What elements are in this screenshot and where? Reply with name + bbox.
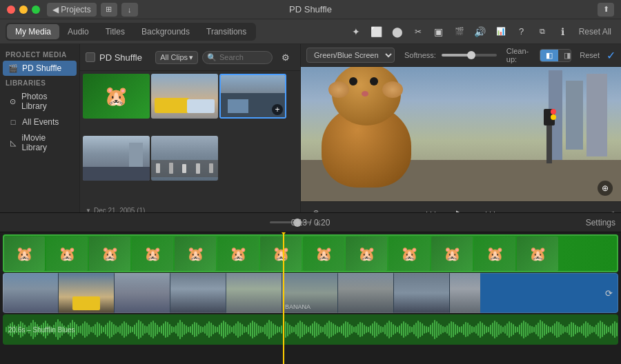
cleanup-segmented-control: ◧ ◨ (540, 49, 571, 62)
timeline-settings-button[interactable]: Settings (586, 218, 615, 228)
search-icon: 🔍 (207, 53, 217, 62)
preview-toolbar: Green/Blue Screen Softness: Clean-up: ◧ … (301, 44, 621, 67)
sidebar-item-imovie[interactable]: ◺ iMovie Library (3, 130, 77, 155)
sidebar-item-photos-label: Photos Library (21, 92, 71, 111)
audio-icon[interactable]: 🔊 (471, 23, 489, 41)
window-title: PD Shuffle (289, 4, 332, 14)
question-icon[interactable]: ? (513, 23, 531, 41)
crop-icon[interactable]: ⬜ (368, 23, 386, 41)
search-box: 🔍 (202, 51, 273, 64)
imovie-icon: ◺ (8, 139, 17, 148)
clips-filter-label: All Clips (160, 53, 188, 61)
color-icon[interactable]: ⬤ (388, 23, 406, 41)
tab-transitions[interactable]: Transitions (198, 24, 255, 39)
timeline-header: ⬦ 0:13 / 0:20 Settings (0, 213, 621, 232)
timeline: ⬦ 0:13 / 0:20 Settings 🐹 🐹 🐹 🐹 🐹 🐹 🐹 🐹 (0, 212, 621, 364)
media-grid: 🐹 + (80, 71, 300, 226)
camera-icon[interactable]: 🎬 (451, 23, 469, 41)
clips-filter[interactable]: All Clips ▾ (155, 51, 198, 64)
clip-icon[interactable]: ▣ (430, 23, 448, 41)
sidebar: PROJECT MEDIA 🎬 PD Shuffle LIBRARIES ⊙ P… (0, 44, 80, 226)
softness-slider[interactable] (442, 54, 497, 57)
settings-gear-icon[interactable]: ⚙ (277, 48, 295, 66)
select-all-checkbox[interactable] (86, 52, 95, 62)
minimize-button[interactable] (19, 6, 28, 14)
events-icon: □ (8, 118, 18, 126)
video-icon: 🎬 (8, 64, 18, 73)
keying-mode-select[interactable]: Green/Blue Screen (306, 48, 395, 63)
main-content: PROJECT MEDIA 🎬 PD Shuffle LIBRARIES ⊙ P… (0, 44, 621, 226)
media-panel-header: PD Shuffle All Clips ▾ 🔍 ⚙ (80, 44, 300, 71)
sidebar-item-photos[interactable]: ⊙ Photos Library (3, 89, 77, 114)
titlebar-right: ⬆ (598, 3, 614, 17)
preview-panel: Green/Blue Screen Softness: Clean-up: ◧ … (301, 44, 621, 226)
link-icon[interactable]: ⧉ (533, 23, 551, 41)
confirm-icon[interactable]: ✓ (607, 49, 615, 62)
magic-wand-icon[interactable]: ✦ (347, 23, 365, 41)
cleanup-left-btn[interactable]: ◧ (540, 50, 558, 61)
download-button[interactable]: ↓ (121, 3, 138, 17)
cleanup-label: Clean-up: (506, 47, 534, 63)
street-track[interactable]: BANANA ⟳ (3, 273, 618, 313)
track-area: 🐹 🐹 🐹 🐹 🐹 🐹 🐹 🐹 🐹 🐹 🐹 🐹 🐹 (0, 232, 621, 364)
preview-video: ⊕ (301, 67, 621, 201)
sidebar-item-pd-shuffle-label: PD Shuffle (22, 63, 61, 73)
photos-icon: ⊙ (8, 97, 17, 106)
titlebar-nav: ◀ Projects ⊞ ↓ (47, 3, 138, 17)
reset-button[interactable]: Reset (580, 51, 600, 59)
back-button[interactable]: ◀ Projects (47, 3, 97, 17)
trim-icon[interactable]: ✂ (409, 23, 427, 41)
timeline-time-display: 0:13 / 0:20 (291, 218, 331, 228)
title-bar: ◀ Projects ⊞ ↓ PD Shuffle ⬆ (0, 0, 621, 19)
audio-track-label: 20.6s – Shufflin Blues (8, 326, 75, 334)
search-input[interactable] (219, 53, 268, 61)
media-tabs: My Media Audio Titles Backgrounds Transi… (6, 23, 256, 41)
tab-my-media[interactable]: My Media (7, 24, 59, 39)
sidebar-item-imovie-label: iMovie Library (21, 133, 71, 152)
traffic-lights (7, 6, 40, 14)
hamster-track[interactable]: 🐹 🐹 🐹 🐹 🐹 🐹 🐹 🐹 🐹 🐹 🐹 🐹 🐹 (3, 234, 618, 272)
share-button[interactable]: ⬆ (598, 3, 614, 17)
playhead[interactable] (283, 232, 284, 364)
media-thumb-2[interactable] (151, 74, 218, 119)
media-panel-title: PD Shuffle (99, 52, 151, 63)
media-thumb-5[interactable] (151, 136, 218, 181)
project-media-section-title: PROJECT MEDIA (0, 48, 79, 60)
sidebar-item-events-label: All Events (22, 117, 59, 127)
media-thumb-3[interactable]: + (219, 74, 286, 119)
tab-titles[interactable]: Titles (97, 24, 133, 39)
cleanup-right-btn[interactable]: ◨ (558, 50, 571, 61)
sidebar-item-pd-shuffle[interactable]: 🎬 PD Shuffle (3, 61, 77, 76)
info-icon[interactable]: ℹ (554, 23, 572, 41)
libraries-section-title: LIBRARIES (0, 77, 79, 88)
tab-backgrounds[interactable]: Backgrounds (133, 24, 198, 39)
add-to-timeline-icon[interactable]: + (272, 104, 283, 115)
tab-audio[interactable]: Audio (59, 24, 97, 39)
snapshot-button[interactable]: ⊞ (101, 3, 117, 17)
maximize-button[interactable] (32, 6, 40, 14)
softness-label: Softness: (404, 51, 436, 59)
sidebar-item-all-events[interactable]: □ All Events (3, 114, 77, 130)
filter-chevron-icon: ▾ (189, 53, 193, 62)
main-toolbar: My Media Audio Titles Backgrounds Transi… (0, 19, 621, 44)
media-thumb-4[interactable] (83, 136, 150, 181)
media-thumb-1[interactable]: 🐹 (83, 74, 150, 119)
close-button[interactable] (7, 6, 15, 14)
media-panel: PD Shuffle All Clips ▾ 🔍 ⚙ 🐹 (80, 44, 301, 226)
audio-track[interactable]: 20.6s – Shufflin Blues (3, 314, 618, 345)
reset-all-button[interactable]: Reset All (575, 26, 615, 38)
chart-icon[interactable]: 📊 (492, 23, 510, 41)
